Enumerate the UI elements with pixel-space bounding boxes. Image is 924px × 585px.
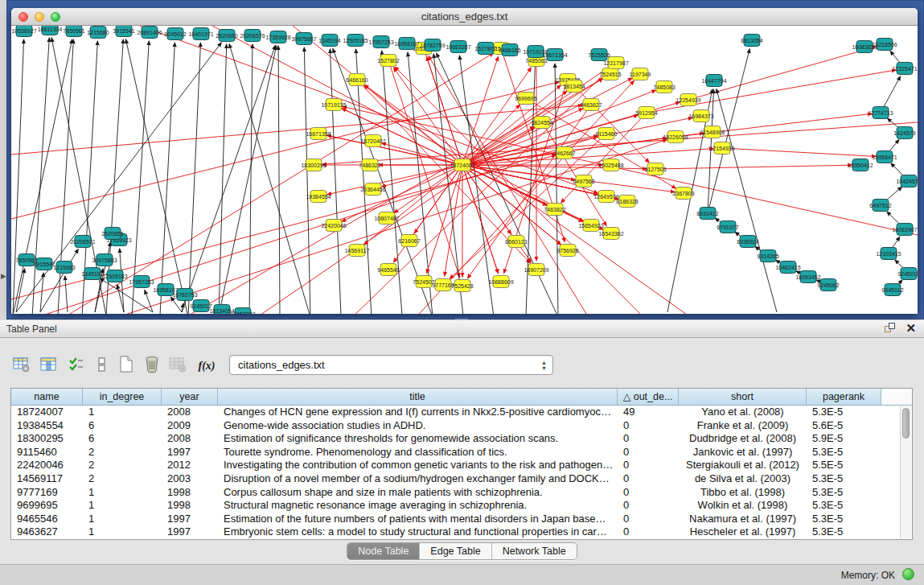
graph-edge[interactable] (343, 106, 918, 235)
table-row[interactable]: 1872400712008Changes of HCN gene express… (11, 406, 912, 419)
graph-node[interactable]: 7525428 (451, 280, 473, 292)
graph-node[interactable]: 7462667 (553, 147, 575, 159)
graph-edge[interactable] (330, 49, 341, 314)
graph-node[interactable]: 10688609 (488, 276, 513, 288)
graph-node[interactable]: 16811304 (38, 26, 63, 35)
graph-node[interactable]: 1527802 (377, 55, 399, 67)
tab-node-table[interactable]: Node Table (347, 543, 419, 559)
graph-node[interactable]: 9245012 (164, 28, 186, 40)
graph-node[interactable]: 9127505 (644, 163, 666, 175)
table-mode-button[interactable] (11, 356, 32, 377)
graph-node[interactable]: 1527807 (474, 43, 496, 55)
graph-node[interactable]: 7486322 (359, 159, 380, 171)
graph-edge[interactable] (182, 45, 275, 312)
graph-node[interactable]: 8186328 (616, 196, 638, 208)
graph-node[interactable]: 12774713 (868, 107, 893, 119)
graph-edge[interactable] (349, 69, 610, 314)
graph-node[interactable]: 20206576 (240, 30, 265, 42)
graph-edge[interactable] (667, 89, 713, 312)
graph-edge[interactable] (433, 54, 463, 314)
graph-node[interactable]: 6497568 (573, 175, 594, 187)
graph-node[interactable]: 9245019 (897, 268, 918, 280)
graph-node[interactable]: 6466165 (499, 44, 520, 56)
column-header-short[interactable]: short (679, 389, 807, 405)
table-row[interactable]: 1830029562008Estimation of significance … (11, 432, 912, 446)
graph-node[interactable]: 9345012 (881, 284, 903, 296)
graph-node[interactable]: 5912954 (635, 107, 657, 119)
graph-node[interactable]: 8660123 (505, 236, 527, 248)
graph-node[interactable]: 1215683 (53, 262, 75, 274)
graph-edge[interactable] (688, 47, 876, 100)
row-select-button[interactable] (66, 356, 87, 377)
table-row[interactable]: 911546021997Tourette syndrome. Phenomeno… (11, 446, 912, 459)
graph-node[interactable]: 12505185 (343, 35, 368, 47)
graph-edge[interactable] (427, 165, 463, 274)
memory-status-indicator[interactable] (902, 568, 914, 580)
graph-node[interactable]: 6216067 (398, 235, 420, 247)
graph-node[interactable]: 6497512 (869, 200, 891, 212)
graph-node[interactable]: 9463627 (580, 99, 602, 111)
graph-edge[interactable] (356, 49, 372, 314)
graph-node[interactable]: 3915541 (113, 26, 134, 37)
tab-network-table[interactable]: Network Table (491, 543, 577, 559)
graph-node[interactable]: 18720407 (360, 135, 385, 147)
graph-node[interactable]: 17957253 (129, 276, 154, 288)
graph-edge[interactable] (364, 165, 462, 245)
graph-node[interactable]: 7463822 (544, 204, 565, 216)
tab-edge-table[interactable]: Edge Table (419, 543, 491, 559)
column-header-pagerank[interactable]: pagerank (807, 389, 881, 405)
graph-node[interactable]: 16984373 (688, 110, 713, 122)
graph-edge[interactable] (65, 276, 68, 312)
graph-node[interactable]: 8633412 (696, 208, 718, 220)
graph-node[interactable]: 9115460 (596, 128, 618, 140)
graph-edge[interactable] (717, 89, 777, 312)
table-panel-header[interactable]: Table Panel ✕ (0, 320, 924, 338)
column-visibility-button[interactable] (39, 356, 60, 377)
graph-edge[interactable] (342, 165, 462, 221)
table-row[interactable]: 1456911722003Disruption of a novel membe… (11, 472, 912, 486)
graph-node[interactable]: 7515526 (588, 49, 610, 61)
graph-node[interactable]: 9245062 (817, 279, 839, 291)
graph-node[interactable]: 2620655 (101, 228, 123, 240)
delete-table-button[interactable] (167, 356, 188, 377)
function-builder-button[interactable]: f(x) (196, 356, 217, 377)
graph-edge[interactable] (145, 290, 153, 312)
graph-node[interactable]: 7524515 (599, 68, 621, 80)
graph-node[interactable]: 1215680 (87, 27, 109, 39)
network-window-titlebar[interactable]: citations_edges.txt (11, 8, 918, 26)
graph-edge[interactable] (278, 46, 280, 314)
cell-view-button[interactable] (92, 356, 113, 377)
graph-node[interactable]: 10538927 (11, 26, 36, 37)
graph-node[interactable]: 17957253 (368, 36, 393, 48)
graph-node[interactable]: 30975887 (291, 33, 316, 45)
graph-edge[interactable] (219, 46, 277, 314)
graph-edge[interactable] (655, 165, 852, 169)
close-panel-icon[interactable]: ✕ (906, 323, 916, 334)
table-row[interactable]: 1938455462009Genome-wide association stu… (11, 419, 912, 433)
graph-node[interactable]: 16671358 (306, 128, 331, 140)
graph-node[interactable]: 15950412 (848, 159, 873, 171)
graph-edge[interactable] (322, 122, 918, 164)
table-row[interactable]: 977716911998Corpus callosum shape and si… (11, 486, 912, 500)
graph-node[interactable]: 19384554 (306, 191, 331, 203)
graph-edge[interactable] (327, 165, 462, 195)
graph-node[interactable]: 20206571 (70, 236, 95, 248)
column-header-name[interactable]: name (11, 389, 83, 405)
graph-node[interactable]: 12325471 (892, 63, 917, 75)
graph-node[interactable]: 9756928 (556, 245, 578, 257)
graph-node[interactable]: 8813054 (741, 35, 762, 47)
graph-edge[interactable] (16, 269, 25, 312)
graph-edge[interactable] (229, 44, 310, 315)
graph-node[interactable]: 9314205 (757, 250, 778, 262)
table-row[interactable]: 2242004622012Investigating the contribut… (11, 459, 912, 472)
new-column-button[interactable] (116, 356, 137, 377)
graph-edge[interactable] (364, 85, 462, 165)
graph-node[interactable]: 12649579 (593, 191, 618, 203)
graph-edge[interactable] (219, 44, 227, 314)
column-header-outde[interactable]: △ out_de... (618, 389, 679, 405)
graph-node[interactable]: 6791977 (717, 221, 738, 233)
graph-node[interactable]: 1345194 (318, 35, 340, 47)
column-header-year[interactable]: year (162, 389, 218, 405)
graph-node[interactable]: 7485083 (653, 81, 675, 93)
float-panel-icon[interactable] (885, 323, 896, 334)
